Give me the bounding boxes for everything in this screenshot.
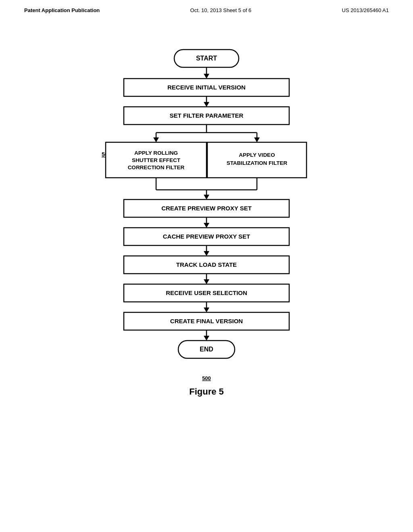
svg-text:RECEIVE INITIAL VERSION: RECEIVE INITIAL VERSION	[167, 84, 246, 91]
svg-text:SET FILTER PARAMETER: SET FILTER PARAMETER	[170, 112, 244, 119]
svg-text:Figure 5: Figure 5	[189, 387, 224, 397]
diagram-container: START 502 RECEIVE INITIAL VERSION 504 SE…	[0, 17, 413, 465]
svg-text:START: START	[196, 55, 217, 62]
svg-text:END: END	[200, 346, 213, 353]
svg-text:CORRECTION FILTER: CORRECTION FILTER	[128, 164, 185, 170]
flowchart-svg: START 502 RECEIVE INITIAL VERSION 504 SE…	[65, 42, 348, 465]
svg-text:TRACK LOAD STATE: TRACK LOAD STATE	[176, 261, 237, 268]
svg-marker-56	[204, 336, 209, 341]
svg-marker-41	[204, 251, 209, 256]
svg-text:CREATE FINAL VERSION: CREATE FINAL VERSION	[170, 318, 243, 324]
svg-text:STABILIZATION FILTER: STABILIZATION FILTER	[227, 160, 288, 166]
svg-text:SHUTTER EFFECT: SHUTTER EFFECT	[132, 157, 181, 163]
svg-marker-36	[204, 223, 209, 228]
svg-text:500: 500	[202, 375, 211, 381]
svg-marker-17	[254, 137, 260, 142]
svg-text:CACHE PREVIEW PROXY SET: CACHE PREVIEW PROXY SET	[163, 233, 250, 240]
header-left: Patent Application Publication	[24, 7, 100, 13]
svg-marker-15	[153, 137, 159, 142]
header-center: Oct. 10, 2013 Sheet 5 of 6	[190, 7, 252, 13]
header-right: US 2013/265460 A1	[342, 7, 389, 13]
page-header: Patent Application Publication Oct. 10, …	[0, 0, 413, 17]
svg-text:APPLY VIDEO: APPLY VIDEO	[239, 152, 275, 158]
svg-marker-51	[204, 308, 209, 312]
svg-marker-3	[204, 74, 209, 79]
svg-text:CREATE PREVIEW PROXY SET: CREATE PREVIEW PROXY SET	[161, 205, 252, 212]
svg-marker-46	[204, 279, 209, 284]
svg-text:APPLY ROLLING: APPLY ROLLING	[134, 150, 178, 156]
svg-marker-8	[204, 102, 209, 107]
svg-marker-31	[204, 195, 209, 200]
svg-text:RECEIVE USER SELECTION: RECEIVE USER SELECTION	[166, 289, 247, 296]
